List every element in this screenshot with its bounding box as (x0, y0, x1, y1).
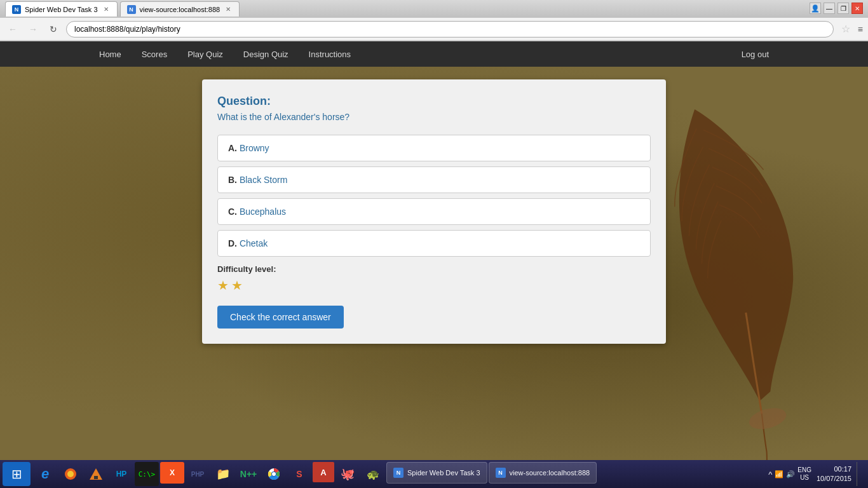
active-tab[interactable]: N Spider Web Dev Task 3 ✕ (5, 1, 118, 17)
question-label: Question: (217, 95, 651, 108)
refresh-btn[interactable]: ↻ (46, 22, 61, 37)
svg-point-0 (747, 405, 789, 433)
active-window-2-title: view-source:localhost:888 (510, 469, 590, 477)
window-controls: 👤 — ❐ ✕ (810, 3, 863, 14)
tab-close-2[interactable]: ✕ (224, 5, 233, 14)
nav-design-quiz[interactable]: Design Quiz (233, 41, 299, 67)
answer-text-a: Browny (240, 143, 269, 153)
file-manager-icon[interactable]: 📁 (211, 462, 235, 486)
chrome-icon[interactable] (262, 462, 286, 486)
nav-play-quiz[interactable]: Play Quiz (177, 41, 233, 67)
answer-letter-a: A. (228, 143, 237, 153)
star-2: ★ (231, 278, 243, 293)
active-window-2[interactable]: N view-source:localhost:888 (489, 462, 597, 484)
title-bar: N Spider Web Dev Task 3 ✕ N view-source:… (0, 0, 868, 18)
svg-point-7 (272, 472, 276, 476)
tab-favicon-1: N (12, 5, 21, 14)
tray-expand-icon[interactable]: ^ (768, 470, 772, 479)
answer-letter-d: D. (228, 238, 237, 248)
xampp-icon[interactable]: X (160, 462, 184, 484)
chrome-menu-btn[interactable]: ≡ (858, 24, 863, 34)
question-text: What is the of Alexander's horse? (217, 112, 651, 122)
difficulty-label: Difficulty level: (217, 264, 651, 274)
show-desktop-btn[interactable] (857, 462, 860, 486)
answer-option-d[interactable]: D. Chetak (217, 230, 651, 257)
minimize-btn[interactable]: — (824, 3, 835, 14)
tab-bar: N Spider Web Dev Task 3 ✕ N view-source:… (5, 1, 240, 17)
active-window-1[interactable]: N Spider Web Dev Task 3 (386, 462, 487, 484)
navigation-bar: Home Scores Play Quiz Design Quiz Instru… (0, 41, 868, 67)
terminal-icon[interactable]: C:\> (135, 462, 159, 486)
nav-scores[interactable]: Scores (132, 41, 177, 67)
inactive-tab-title: view-source:localhost:888 (140, 6, 220, 13)
internet-explorer-icon[interactable]: e (33, 462, 57, 486)
acrobat-icon[interactable]: A (313, 462, 334, 482)
difficulty-section: Difficulty level: ★ ★ (217, 264, 651, 293)
network-icon[interactable]: 📶 (775, 470, 783, 478)
active-window-1-title: Spider Web Dev Task 3 (407, 469, 480, 477)
nav-home[interactable]: Home (89, 41, 132, 67)
svg-point-2 (67, 471, 74, 477)
answer-letter-b: B. (228, 175, 237, 185)
svg-rect-4 (94, 476, 98, 479)
difficulty-stars: ★ ★ (217, 278, 651, 293)
check-answer-button[interactable]: Check the correct answer (217, 306, 344, 329)
system-clock[interactable]: 00:17 10/07/2015 (817, 464, 851, 484)
clock-date: 10/07/2015 (817, 474, 851, 484)
volume-icon[interactable]: 🔊 (786, 470, 795, 478)
taskbar: ⊞ e HP C:\> X PHP 📁 N++ (0, 460, 868, 488)
tab-close-1[interactable]: ✕ (102, 5, 111, 14)
bookmark-star[interactable]: ☆ (841, 23, 850, 35)
active-tab-title: Spider Web Dev Task 3 (25, 6, 98, 13)
taskbar-right: ^ 📶 🔊 ENGUS 00:17 10/07/2015 (768, 462, 865, 486)
taskbar-icons: e HP C:\> X PHP 📁 N++ (33, 462, 768, 486)
tortoisesvn-icon[interactable]: 🐢 (361, 462, 385, 486)
notepadpp-icon[interactable]: N++ (236, 462, 261, 486)
clock-time: 00:17 (817, 464, 851, 474)
answer-text-b: Black Storm (240, 175, 287, 185)
back-btn[interactable]: ← (5, 22, 20, 37)
page-background: Question: What is the of Alexander's hor… (0, 67, 868, 461)
hp-icon[interactable]: HP (109, 462, 133, 486)
answer-text-c: Bucephalus (240, 207, 286, 217)
star-1: ★ (217, 278, 229, 293)
answer-option-c[interactable]: C. Bucephalus (217, 198, 651, 225)
nav-links: Home Scores Play Quiz Design Quiz Instru… (89, 41, 361, 67)
logout-btn[interactable]: Log out (731, 43, 779, 65)
active-window-2-icon: N (496, 468, 506, 478)
vlc-icon[interactable] (84, 462, 108, 486)
feather-decoration (639, 92, 830, 461)
url-bar[interactable]: localhost:8888/quiz/play/history (66, 21, 834, 37)
system-tray: ^ 📶 🔊 ENGUS (768, 466, 811, 482)
user-profile-btn[interactable]: 👤 (810, 3, 821, 14)
active-window-1-icon: N (393, 468, 403, 478)
sublimetext-icon[interactable]: S (287, 462, 311, 486)
close-btn[interactable]: ✕ (851, 3, 863, 14)
answer-option-a[interactable]: A. Browny (217, 135, 651, 161)
address-bar: ← → ↻ localhost:8888/quiz/play/history ☆… (0, 18, 868, 41)
answer-text-d: Chetak (240, 238, 268, 248)
nav-instructions[interactable]: Instructions (299, 41, 361, 67)
answer-option-b[interactable]: B. Black Storm (217, 166, 651, 193)
quiz-card: Question: What is the of Alexander's hor… (202, 79, 666, 344)
keyboard-layout[interactable]: ENGUS (797, 466, 811, 482)
php-icon[interactable]: PHP (186, 462, 210, 486)
url-text: localhost:8888/quiz/play/history (74, 25, 180, 34)
start-button[interactable]: ⊞ (3, 462, 31, 486)
forward-btn[interactable]: → (25, 22, 41, 37)
github-icon[interactable]: 🐙 (336, 462, 360, 486)
answer-letter-c: C. (228, 207, 237, 217)
inactive-tab[interactable]: N view-source:localhost:888 ✕ (120, 1, 240, 17)
firefox-icon[interactable] (58, 462, 83, 486)
restore-btn[interactable]: ❐ (837, 3, 849, 14)
tab-favicon-2: N (127, 5, 136, 14)
